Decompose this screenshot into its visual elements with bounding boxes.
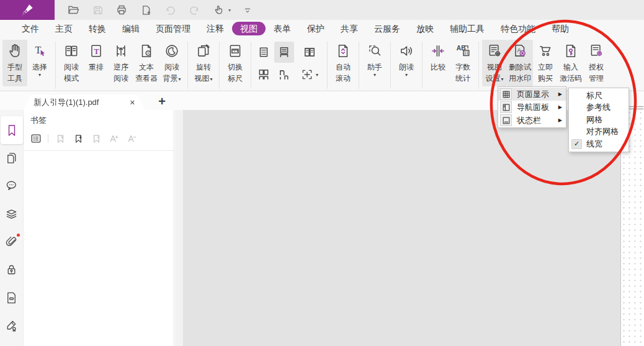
close-tab-icon[interactable]: ✕	[130, 99, 135, 107]
ribbon-separator	[422, 42, 423, 89]
menu-tab-edit[interactable]: 编辑	[114, 22, 148, 35]
sidebar-item-pages[interactable]	[1, 144, 23, 172]
sidebar-item-attachments[interactable]	[1, 228, 23, 256]
reflow-button[interactable]: T 重排	[84, 40, 109, 86]
delete-bookmark-icon	[54, 132, 66, 145]
menu-item-status-bar[interactable]: 状态栏 ▶	[498, 114, 566, 127]
submenu-item-snap-to-grid[interactable]: 对齐网格	[569, 126, 628, 139]
redo-icon	[187, 2, 202, 17]
select-text-icon: T	[32, 41, 48, 61]
menu-tab-cloud[interactable]: 云服务	[366, 22, 408, 35]
dropdown-caret-icon: ▾	[316, 72, 318, 78]
font-smaller-icon	[126, 132, 138, 145]
ribbon-separator	[251, 42, 251, 89]
submenu-item-grid[interactable]: 网格	[569, 114, 628, 126]
ribbon-toolbar: 手型 工具 T 选择▾ 阅读 模式 T 重排 逆序 阅读 文本 查看器	[0, 37, 644, 91]
menu-item-navigation-panels[interactable]: 导航面板 ▶	[498, 101, 566, 114]
expand-bookmark-icon	[90, 132, 102, 145]
app-logo[interactable]	[0, 0, 55, 20]
toggle-ruler-button[interactable]: 切换 标尺	[223, 40, 248, 86]
print-icon[interactable]	[114, 2, 129, 17]
submenu-item-label: 参考线	[586, 102, 610, 113]
remove-watermark-button[interactable]: A 删除试 用水印	[507, 40, 533, 86]
reflow-page-icon: T	[88, 41, 104, 61]
select-tool-button[interactable]: T 选择▾	[27, 40, 52, 86]
svg-text:T: T	[94, 47, 99, 56]
sidebar-item-layers[interactable]	[1, 200, 23, 228]
menu-tab-features[interactable]: 特色功能	[493, 22, 543, 35]
new-document-icon[interactable]	[138, 2, 153, 17]
add-bookmark-icon[interactable]	[72, 132, 84, 145]
layout-facing-continuous-button[interactable]	[274, 64, 294, 85]
sidebar-item-signature[interactable]	[1, 312, 23, 340]
menu-tab-share[interactable]: 共享	[333, 22, 366, 35]
reverse-reading-button[interactable]: 逆序 阅读	[109, 40, 133, 86]
layout-continuous-button[interactable]	[274, 42, 294, 63]
reading-background-button[interactable]: 阅读 背景▾	[159, 40, 184, 86]
bookmark-panel: 书签	[24, 110, 174, 346]
buy-now-button[interactable]: 立即 购买	[533, 40, 558, 86]
new-tab-button[interactable]: +	[154, 94, 170, 109]
menu-tab-accessibility[interactable]: 辅助工具	[442, 22, 493, 35]
sidebar-item-comments[interactable]	[1, 172, 23, 200]
auto-scroll-icon	[335, 41, 351, 61]
save-icon	[90, 2, 105, 17]
menu-tab-slideshow[interactable]: 放映	[408, 22, 442, 35]
menu-tab-form[interactable]: 表单	[266, 22, 299, 35]
menu-tab-home[interactable]: 主页	[47, 22, 81, 35]
menu-tab-comment[interactable]: 注释	[199, 22, 232, 35]
sidebar-item-security[interactable]	[1, 256, 23, 284]
submenu-item-label: 网格	[586, 114, 602, 125]
bookmark-list-icon[interactable]	[30, 132, 42, 145]
dropdown-caret-icon: ▾	[210, 76, 212, 82]
layout-single-page-button[interactable]	[254, 42, 273, 63]
background-moon-icon	[164, 41, 180, 61]
check-slot	[571, 127, 582, 137]
layout-fit-page-button[interactable]: ▾	[295, 64, 324, 85]
menu-tab-protect[interactable]: 保护	[299, 22, 333, 35]
ribbon-separator	[478, 42, 479, 89]
bookmark-icon	[4, 123, 19, 138]
ribbon-separator	[219, 42, 220, 89]
view-settings-button[interactable]: 视图 设置▾	[482, 40, 507, 86]
customize-toolbar-icon[interactable]	[240, 2, 255, 17]
submenu-item-ruler[interactable]: 标尺	[569, 89, 628, 102]
compare-button[interactable]: 比较	[426, 40, 450, 86]
panel-splitter[interactable]	[175, 110, 183, 346]
compare-arrows-icon	[430, 41, 446, 61]
reading-mode-button[interactable]: 阅读 模式	[59, 40, 84, 86]
submenu-item-guides[interactable]: 参考线	[569, 102, 628, 114]
menu-tab-file[interactable]: 文件	[14, 22, 47, 35]
assistant-button[interactable]: 助手▾	[362, 40, 387, 86]
hand-icon	[7, 41, 23, 61]
open-file-icon[interactable]	[66, 2, 81, 17]
layout-facing-button[interactable]	[295, 42, 324, 63]
text-viewer-button[interactable]: 文本 查看器	[133, 40, 159, 86]
auto-scroll-button[interactable]: 自动 滚动	[331, 40, 356, 86]
ribbon-separator	[359, 42, 359, 89]
pages-icon	[4, 151, 19, 165]
read-aloud-button[interactable]: 朗读▾	[394, 40, 419, 86]
license-management-button[interactable]: 授权 管理	[584, 40, 609, 86]
check-slot	[571, 91, 582, 101]
sidebar-item-page-summary[interactable]	[1, 284, 23, 312]
touch-mode-icon[interactable]	[211, 2, 226, 17]
menu-tab-view[interactable]: 视图	[232, 22, 266, 35]
ribbon-separator	[55, 42, 56, 89]
dropdown-caret-icon: ▾	[367, 72, 382, 78]
touch-mode-caret-icon[interactable]: ▾	[228, 7, 231, 13]
menu-item-page-display[interactable]: 页面显示 ▶	[498, 88, 566, 101]
menu-tab-convert[interactable]: 转换	[81, 22, 114, 35]
sidebar-item-bookmarks[interactable]	[1, 116, 23, 144]
menu-tab-page-management[interactable]: 页面管理	[148, 22, 199, 35]
rotate-view-button[interactable]: 旋转 视图▾	[191, 40, 216, 86]
menu-tab-help[interactable]: 帮助	[543, 22, 577, 35]
document-canvas[interactable]	[183, 110, 621, 346]
layout-facing-grid-button[interactable]	[254, 64, 273, 85]
word-count-button[interactable]: AB 字数 统计	[450, 40, 475, 86]
submenu-arrow-icon: ▶	[558, 117, 562, 123]
submenu-item-line-weights[interactable]: ✓ 线宽	[569, 138, 628, 150]
hand-tool-button[interactable]: 手型 工具	[2, 40, 27, 86]
document-tab[interactable]: 新人引导(1)(1).pdf ✕	[24, 95, 145, 110]
activation-code-button[interactable]: 输入 激活码	[558, 40, 584, 86]
